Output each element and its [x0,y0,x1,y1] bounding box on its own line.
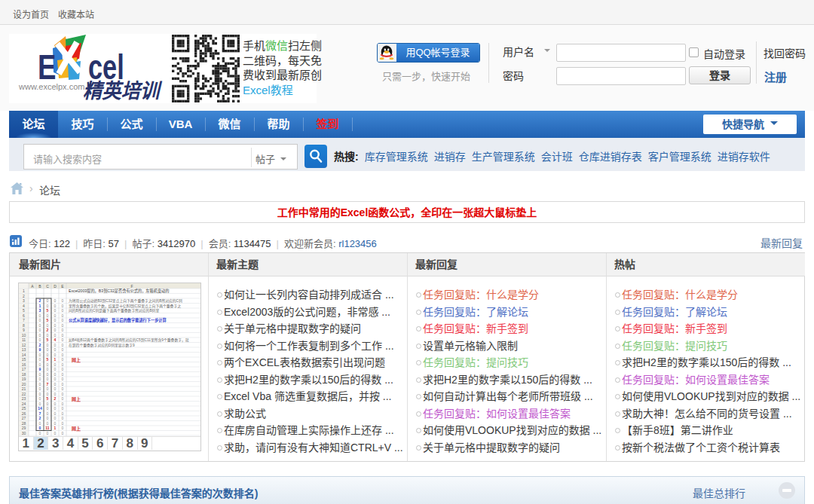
svg-text:23: 23 [22,396,26,401]
svg-text:5: 5 [47,396,49,401]
svg-text:3: 3 [23,298,25,303]
svg-text:0: 0 [54,421,57,426]
svg-text:4: 4 [23,304,25,308]
svg-text:0: 0 [39,357,41,362]
svg-text:0: 0 [39,353,41,357]
svg-text:7: 7 [23,318,25,322]
svg-text:13: 13 [22,347,26,352]
svg-text:6: 6 [23,313,25,318]
svg-text:0: 0 [47,392,49,396]
svg-text:14: 14 [38,406,42,411]
svg-text:14: 14 [22,353,26,357]
svg-text:0: 0 [39,377,41,381]
svg-text:0: 0 [62,298,64,303]
svg-text:0: 0 [62,338,64,342]
svg-text:1: 1 [54,357,57,362]
svg-text:25: 25 [22,406,26,411]
svg-text:0: 0 [54,406,57,411]
svg-text:里所含重叠数字的个数，结果是十亿B3到C32里点上向下两个重: 里所含重叠数字的个数，结果是十亿B3到C32里点上向下两个重叠字之 [69,304,181,309]
svg-text:28: 28 [22,421,26,426]
svg-text:5: 5 [47,318,49,322]
svg-text:0: 0 [47,416,49,420]
svg-text:0: 0 [62,353,64,357]
svg-text:5: 5 [47,357,49,362]
svg-text:0: 0 [39,328,41,332]
svg-text:2: 2 [39,343,41,347]
svg-text:0: 0 [62,343,64,347]
svg-text:11: 11 [45,426,50,430]
svg-text:5: 5 [23,308,25,313]
svg-text:0: 0 [62,392,64,396]
svg-text:公式从算速度越快越好，显示后的数字能进行下一步计算: 公式从算速度越快越好，显示后的数字能进行下一步计算 [69,317,167,323]
svg-text:2: 2 [39,298,41,303]
svg-text:0: 0 [54,308,57,313]
svg-text:0: 0 [62,382,64,386]
svg-text:0: 0 [54,328,57,332]
svg-text:0: 0 [62,367,64,371]
svg-text:0: 0 [47,353,49,357]
svg-text:24: 24 [22,402,26,406]
svg-text:0: 0 [39,402,41,406]
svg-text:0: 0 [62,402,64,406]
svg-text:0: 0 [39,318,41,322]
svg-text:0: 0 [62,372,64,377]
svg-text:0: 0 [39,431,41,435]
svg-text:15: 15 [22,357,26,362]
svg-text:2: 2 [39,416,41,420]
svg-text:0: 0 [54,372,57,377]
svg-text:0: 0 [62,318,64,322]
svg-text:0: 0 [54,386,57,391]
svg-text:0: 0 [47,421,49,426]
svg-text:0: 0 [47,431,49,435]
svg-text:20: 20 [22,382,26,386]
svg-text:0: 0 [47,362,49,367]
svg-text:0: 0 [54,377,57,381]
svg-text:0: 0 [39,396,41,401]
svg-text:2: 2 [23,294,25,298]
svg-text:0: 0 [62,362,64,367]
svg-text:0: 0 [62,323,64,328]
svg-text:29: 29 [22,426,26,430]
svg-text:11: 11 [22,338,26,342]
svg-text:0: 0 [62,386,64,391]
svg-text:0: 0 [62,333,64,338]
svg-text:同上: 同上 [72,357,81,363]
svg-text:0: 0 [54,431,57,435]
svg-text:0: 0 [47,367,49,371]
svg-text:0: 0 [62,421,64,426]
svg-text:0: 0 [47,406,49,411]
svg-text:0: 0 [54,298,57,303]
svg-text:F: F [130,284,133,289]
svg-text:0: 0 [62,313,64,318]
svg-text:5: 5 [47,308,49,313]
svg-text:10: 10 [22,333,26,338]
svg-text:0: 0 [39,372,41,377]
svg-text:0: 0 [39,323,41,328]
svg-text:2: 2 [47,328,49,332]
svg-text:0: 0 [62,431,64,435]
svg-text:0: 0 [54,323,57,328]
svg-text:0: 0 [54,402,57,406]
svg-text:8: 8 [23,323,25,328]
svg-text:4: 4 [54,338,57,342]
svg-text:0: 0 [39,333,41,338]
svg-text:0: 0 [62,308,64,313]
svg-text:0: 0 [62,426,64,430]
svg-text:0: 0 [54,362,57,367]
svg-text:精英培训: 精英培训 [83,79,163,102]
svg-text:0: 0 [47,372,49,377]
svg-text:0: 0 [54,416,57,420]
svg-text:0: 0 [39,362,41,367]
svg-text:7: 7 [47,382,49,386]
svg-text:0: 0 [54,353,57,357]
svg-text:21: 21 [22,386,26,391]
svg-text:0: 0 [62,411,64,416]
svg-text:16: 16 [22,362,26,367]
svg-text:0: 0 [47,304,49,308]
svg-text:22: 22 [22,392,26,396]
svg-text:0: 0 [54,313,57,318]
svg-text:17: 17 [22,367,26,371]
svg-text:2: 2 [54,396,57,401]
svg-text:为将用公式自动把B3到C32里点上向下两个重叠字之间的B所对: 为将用公式自动把B3到C32里点上向下两个重叠字之间的B所对应的C列 [69,298,182,304]
svg-text:0: 0 [54,343,57,347]
